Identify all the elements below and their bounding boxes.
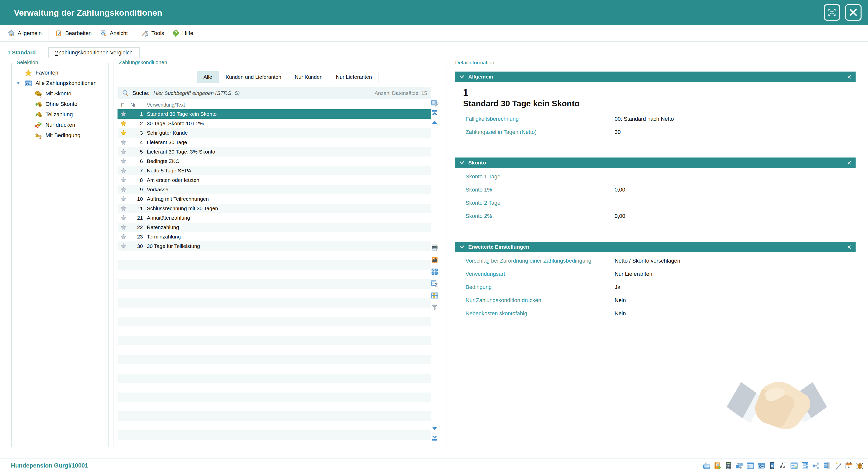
scroll-up-icon[interactable] (431, 119, 438, 126)
table-row[interactable]: 10 Auftrag mit Teilrechnungen (118, 194, 431, 204)
scroll-bottom-icon[interactable] (431, 434, 438, 442)
menu-item[interactable]: Allgemein (3, 25, 46, 41)
section-header-allgemein[interactable]: Allgemein (455, 71, 856, 82)
row-number: 10 (129, 196, 143, 202)
layers-icon[interactable] (823, 462, 831, 470)
star-gray-icon[interactable] (118, 196, 129, 202)
table-row[interactable]: 5 Lieferant 30 Tage, 3% Skonto (118, 147, 431, 157)
close-x-icon[interactable] (847, 160, 852, 165)
bug-icon[interactable] (856, 462, 864, 470)
star-gray-icon[interactable] (118, 205, 129, 212)
table-row[interactable]: 11 Schlussrechnung mit 30 Tagen (118, 204, 431, 213)
close-x-icon[interactable] (847, 74, 852, 80)
menu-item-label: Hilfe (182, 30, 193, 36)
table-row[interactable]: 9 Vorkasse (118, 185, 431, 194)
table-row[interactable]: 8 Am ersten oder letzten (118, 176, 431, 185)
export-icon[interactable] (431, 256, 438, 263)
table-row[interactable]: 6 Bedingte ZKO (118, 157, 431, 166)
svg-text:x: x (783, 464, 785, 468)
menu-item[interactable]: Bearbeiten (51, 25, 96, 41)
list-panels-icon[interactable] (801, 462, 809, 470)
swap-icon[interactable] (736, 462, 743, 470)
table-row[interactable]: 7 Netto 5 Tage SEPA (118, 166, 431, 176)
sum-table-icon[interactable] (431, 280, 438, 287)
section-header-erweiterte[interactable]: Erweiterte Einstellungen (455, 242, 856, 252)
table-row[interactable]: 23 Terminzahlung (118, 232, 431, 242)
menu-item[interactable]: Ansicht (96, 25, 132, 41)
table-row[interactable]: 22 Ratenzahlung (118, 223, 431, 232)
scroll-down-icon[interactable] (431, 424, 438, 432)
tree-item[interactable]: €% Mit Skonto (12, 89, 108, 99)
filter-button[interactable]: Nur Lieferanten (330, 71, 378, 83)
star-gray-icon[interactable] (118, 111, 129, 117)
calendar-icon[interactable]: 1 (845, 462, 852, 470)
chevron-down-icon[interactable] (459, 160, 465, 166)
filter-button[interactable]: Kunden und Lieferanten (219, 71, 288, 83)
keyboard-icon[interactable] (703, 462, 711, 470)
star-gray-icon[interactable] (118, 224, 129, 230)
star-gray-icon[interactable] (118, 149, 129, 155)
table-row[interactable]: 4 Lieferant 30 Tage (118, 138, 431, 147)
star-gray-icon[interactable] (118, 139, 129, 146)
tree-item[interactable]: €% Teilzahlung (12, 109, 108, 120)
share-icon[interactable] (812, 462, 820, 470)
star-gray-icon[interactable] (118, 233, 129, 240)
search-input[interactable] (153, 90, 372, 96)
table-row[interactable]: 30 30 Tage für Teilleistung (118, 242, 431, 251)
table-row[interactable]: 1 Standard 30 Tage kein Skonto (118, 109, 431, 119)
formula-icon[interactable]: x (779, 462, 787, 470)
expander-down-icon[interactable] (16, 81, 25, 86)
filter-icon[interactable] (431, 304, 438, 311)
star-gray-icon[interactable] (118, 186, 129, 193)
table-row-empty (118, 260, 431, 270)
column-header-f[interactable]: F (118, 102, 129, 108)
printer-icon[interactable] (431, 244, 438, 252)
star-gray-icon[interactable] (118, 158, 129, 164)
contacts-icon[interactable]: @ (714, 462, 721, 470)
expander-slot[interactable] (26, 101, 34, 107)
tree-item[interactable]: $% Mit Bedingung (12, 130, 108, 140)
mobile-icon[interactable] (768, 462, 776, 470)
menu-item[interactable]: ? Hilfe (168, 25, 197, 41)
tree-item[interactable]: €% Ohne Skonto (12, 99, 108, 109)
tab[interactable]: 2 Zahlungskonditionen Vergleich (48, 47, 140, 58)
section-header-skonto[interactable]: Skonto (455, 157, 856, 168)
tree-item[interactable]: % Nur drucken (12, 120, 108, 130)
translate-icon[interactable]: A (790, 462, 798, 470)
filter-button[interactable]: Alle (197, 71, 219, 83)
star-gray-icon[interactable] (118, 177, 129, 183)
table-row[interactable]: 2 30 Tage, Skonto 10T 2% (118, 119, 431, 128)
expander-slot[interactable] (26, 91, 34, 96)
tree-item[interactable]: Favoriten (12, 68, 108, 78)
close-button[interactable] (845, 4, 862, 21)
window-key-icon[interactable] (757, 462, 765, 470)
table-row[interactable]: 21 Annuitätenzahlung (118, 213, 431, 223)
window-sidebar-icon[interactable] (746, 462, 754, 470)
column-table-icon[interactable] (431, 292, 438, 300)
maximize-button[interactable] (824, 4, 840, 21)
tree-item[interactable]: Alle Zahlungskonditionen (12, 78, 108, 89)
scroll-top-icon[interactable] (431, 109, 438, 117)
menu-item[interactable]: Tools (137, 25, 168, 41)
close-x-icon[interactable] (847, 245, 852, 250)
chevron-down-icon[interactable] (459, 244, 465, 250)
star-gray-icon[interactable] (118, 167, 129, 174)
column-header-verwendung[interactable]: Verwendung/Text (143, 102, 185, 108)
tiles-icon[interactable] (431, 268, 438, 276)
grid-settings-icon[interactable] (431, 99, 438, 107)
star-yellow-icon[interactable] (118, 130, 129, 136)
tab[interactable]: 1 Standard (7, 47, 42, 58)
magic-wand-icon[interactable] (834, 462, 842, 470)
calculator-icon[interactable] (725, 462, 732, 470)
expander-slot[interactable] (26, 133, 34, 138)
table-row[interactable]: 3 Sehr guter Kunde (118, 128, 431, 138)
chevron-down-icon[interactable] (459, 74, 465, 80)
filter-button[interactable]: Nur Kunden (288, 71, 330, 83)
expander-slot[interactable] (16, 70, 25, 75)
star-gray-icon[interactable] (118, 243, 129, 249)
star-gray-icon[interactable] (118, 215, 129, 221)
expander-slot[interactable] (26, 112, 34, 117)
expander-slot[interactable] (26, 122, 34, 128)
star-yellow-icon[interactable] (118, 120, 129, 127)
column-header-nr[interactable]: Nr (129, 102, 143, 108)
